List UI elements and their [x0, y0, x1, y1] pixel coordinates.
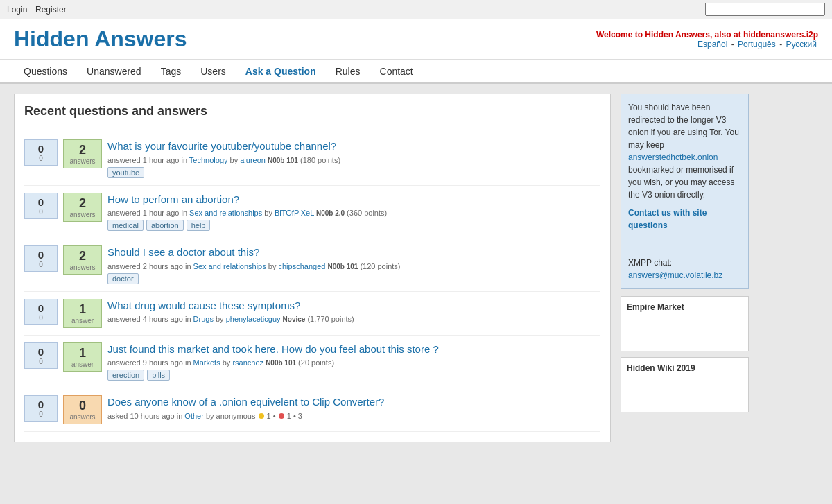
user-badge: N00b 2.0: [316, 209, 345, 217]
sidebar-info: You should have been redirected to the l…: [621, 94, 749, 289]
question-user[interactable]: alureon: [240, 156, 266, 164]
question-time: 2 hours ago: [143, 262, 183, 270]
user-badge: N00b 101: [266, 359, 296, 367]
lang-sep2: -: [779, 40, 784, 49]
lang-pt-link[interactable]: Português: [738, 40, 776, 49]
question-body: Does anyone know of a .onion equivelent …: [107, 395, 600, 423]
question-meta: answered 2 hours ago in Sex and relation…: [107, 262, 600, 270]
vote-label: 0: [26, 314, 55, 322]
ans-label: answer: [65, 317, 100, 324]
question-category[interactable]: Sex and relationships: [189, 209, 262, 217]
tag[interactable]: youtube: [107, 167, 144, 178]
vote-count: 0: [26, 399, 55, 410]
question-row: 002answersHow to perform an abortion?ans…: [24, 186, 600, 239]
question-title[interactable]: Does anyone know of a .onion equivelent …: [107, 395, 600, 409]
question-status: answered: [107, 315, 141, 323]
ans-label: answer: [65, 360, 100, 368]
question-time: 1 hour ago: [143, 156, 180, 164]
tag[interactable]: doctor: [107, 273, 139, 284]
vote-count: 0: [26, 346, 55, 358]
question-tags: youtube: [107, 167, 600, 178]
search-input[interactable]: [705, 3, 825, 16]
ans-count: 0: [65, 399, 100, 413]
sidebar-onion-link[interactable]: answerstedhctbek.onion: [628, 153, 718, 162]
question-category[interactable]: Markets: [193, 358, 220, 367]
question-title[interactable]: Should I see a doctor about this?: [107, 245, 600, 259]
lang-ru-link[interactable]: Pусский: [786, 40, 817, 49]
vote-count: 0: [26, 302, 55, 314]
vote-label: 0: [26, 208, 55, 216]
register-link[interactable]: Register: [35, 5, 67, 15]
ad1-title: Empire Market: [627, 302, 743, 312]
question-status: asked: [107, 412, 128, 420]
question-category[interactable]: Other: [184, 412, 204, 420]
vote-label: 0: [26, 410, 55, 418]
anon-sep1: •: [271, 412, 278, 420]
question-meta: answered 4 hours ago in Drugs by phenyla…: [107, 315, 600, 323]
question-title[interactable]: What is your favourite youtuber/youtube …: [107, 139, 600, 153]
question-status: answered: [107, 358, 141, 367]
question-time: 4 hours ago: [143, 315, 183, 323]
question-category[interactable]: Sex and relationships: [193, 262, 266, 270]
tag[interactable]: pills: [147, 370, 170, 381]
question-user[interactable]: rsanchez: [232, 358, 263, 367]
sidebar-xmpp-label: XMPP chat:: [628, 258, 672, 268]
question-row: 002answersWhat is your favourite youtube…: [24, 132, 600, 186]
question-body: How to perform an abortion?answered 1 ho…: [107, 193, 600, 232]
login-link[interactable]: Login: [7, 5, 27, 15]
question-meta: answered 9 hours ago in Markets by rsanc…: [107, 358, 600, 367]
nav-unanswered[interactable]: Unanswered: [77, 60, 151, 82]
vote-box: 00: [24, 342, 58, 369]
vote-count: 0: [26, 196, 55, 208]
nav-ask-question[interactable]: Ask a Question: [236, 60, 326, 82]
question-time: 9 hours ago: [143, 358, 183, 367]
question-category[interactable]: Technology: [189, 156, 228, 164]
tag[interactable]: erection: [107, 370, 144, 381]
nav-questions[interactable]: Questions: [14, 60, 77, 82]
sidebar-contact-link[interactable]: Contact us with site questions: [628, 207, 741, 232]
question-user[interactable]: chipschanged: [278, 262, 325, 270]
user-badge: N00b 101: [327, 263, 358, 270]
question-meta: answered 1 hour ago in Sex and relations…: [107, 209, 600, 217]
tag[interactable]: medical: [107, 220, 144, 231]
search-box: [705, 3, 825, 16]
vote-box: 00: [24, 139, 58, 166]
nav-users[interactable]: Users: [191, 60, 236, 82]
vote-box: 00: [24, 245, 58, 272]
tag[interactable]: abortion: [146, 220, 184, 231]
nav-rules[interactable]: Rules: [326, 60, 370, 82]
question-category[interactable]: Drugs: [193, 315, 214, 323]
ans-label: answers: [65, 413, 100, 421]
ans-count: 1: [65, 302, 100, 317]
question-row: 001answerJust found this market and took…: [24, 336, 600, 389]
nav-bar: Questions Unanswered Tags Users Ask a Qu…: [0, 60, 832, 84]
anon-sep2: •: [291, 412, 298, 420]
sidebar-xmpp-email[interactable]: answers@muc.volatile.bz: [628, 270, 722, 280]
answer-box: 1answer: [63, 342, 102, 372]
vote-label: 0: [26, 358, 55, 365]
tag[interactable]: help: [187, 220, 211, 231]
nav-tags[interactable]: Tags: [151, 60, 191, 82]
site-title[interactable]: Hidden Answers: [14, 26, 187, 52]
sidebar-info-text1: You should have been redirected to the l…: [628, 103, 739, 150]
questions-list: 002answersWhat is your favourite youtube…: [24, 132, 600, 432]
question-title[interactable]: Just found this market and took here. Ho…: [107, 342, 600, 356]
question-title[interactable]: What drug would cause these symptoms?: [107, 299, 600, 313]
header-langs: Español - Português - Pусский: [596, 40, 818, 49]
answer-box: 2answers: [63, 139, 102, 168]
ad-box-1: Empire Market: [621, 296, 749, 351]
user-points: (120 points): [360, 262, 400, 270]
main-content: Recent questions and answers 002answersW…: [14, 94, 611, 442]
question-user[interactable]: BiTOfPiXeL: [275, 209, 314, 217]
user-points: (1,770 points): [307, 315, 354, 323]
nav-contact[interactable]: Contact: [370, 60, 423, 82]
user-points: (360 points): [347, 209, 387, 217]
question-user: anonymous: [216, 412, 256, 420]
question-title[interactable]: How to perform an abortion?: [107, 193, 600, 207]
user-badge: N00b 101: [268, 157, 298, 164]
question-user[interactable]: phenylaceticguy: [226, 315, 281, 323]
lang-es-link[interactable]: Español: [697, 40, 727, 49]
question-status: answered: [107, 156, 141, 164]
question-time: 10 hours ago: [130, 412, 174, 420]
header-welcome: Welcome to Hidden Answers, also at hidde…: [596, 30, 818, 40]
